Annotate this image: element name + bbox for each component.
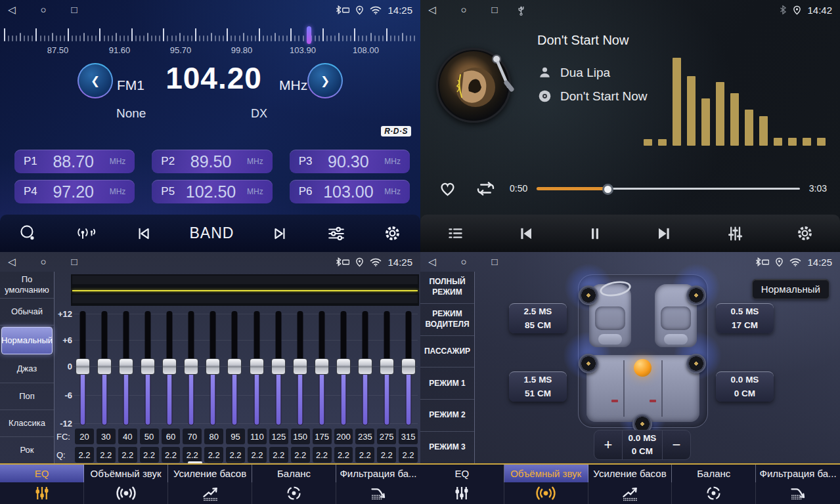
nav-recents-icon[interactable]: □ — [492, 256, 498, 268]
eq-band-slider-16[interactable] — [401, 311, 416, 425]
speaker-rear-right-icon[interactable] — [686, 354, 706, 373]
tuner-scale[interactable]: 87.5091.6095.7099.80103.90108.00 — [0, 22, 420, 53]
broadcast-button[interactable] — [75, 225, 97, 242]
eq-band-slider-3[interactable] — [118, 311, 134, 425]
q-value[interactable]: 2.2 — [162, 447, 181, 463]
settings-gear-button[interactable] — [796, 224, 814, 242]
eq-preset-3[interactable]: Нормальный — [1, 327, 53, 354]
album-art[interactable] — [436, 48, 511, 123]
speaker-delay-front-left[interactable]: 2.5 MS85 CM — [509, 303, 567, 333]
eq-band-slider-5[interactable] — [162, 311, 177, 425]
tab-filter[interactable]: Фильтрация ба... — [756, 465, 840, 504]
eq-preset-6[interactable]: Классика — [0, 410, 54, 437]
fc-value[interactable]: 150 — [291, 429, 310, 444]
fc-value[interactable]: 110 — [248, 429, 267, 444]
speaker-front-right-icon[interactable] — [686, 285, 706, 305]
previous-track-button[interactable] — [516, 224, 535, 243]
fc-value[interactable]: 30 — [97, 429, 116, 444]
nav-home-icon[interactable]: ○ — [461, 256, 467, 268]
fc-value[interactable]: 200 — [334, 429, 353, 444]
pause-button[interactable] — [586, 224, 604, 243]
tab-balance[interactable]: Баланс — [252, 465, 336, 504]
speaker-delay-front-right[interactable]: 0.5 MS17 CM — [716, 303, 774, 333]
eq-band-slider-2[interactable] — [97, 311, 112, 425]
fc-value[interactable]: 80 — [204, 429, 223, 444]
slider-handle[interactable] — [76, 358, 90, 375]
slider-handle[interactable] — [97, 358, 112, 375]
eq-band-slider-12[interactable] — [314, 311, 330, 425]
listening-mode-3[interactable]: ПАССАЖИР — [420, 336, 474, 368]
radio-preset-p6[interactable]: P6103.00MHz — [290, 180, 410, 203]
q-value[interactable]: 2.2 — [248, 447, 267, 463]
fc-value[interactable]: 235 — [355, 429, 374, 444]
nav-back-icon[interactable]: ◁ — [428, 256, 436, 268]
q-value[interactable]: 2.2 — [204, 447, 223, 463]
speaker-front-left-icon[interactable] — [579, 285, 598, 305]
nav-recents-icon[interactable]: □ — [72, 4, 77, 16]
q-value[interactable]: 2.2 — [118, 447, 137, 463]
listening-mode-6[interactable]: РЕЖИМ 3 — [420, 432, 474, 463]
radio-preset-p3[interactable]: P390.30MHz — [290, 150, 410, 173]
listening-mode-4[interactable]: РЕЖИМ 1 — [420, 368, 474, 400]
slider-handle[interactable] — [227, 358, 242, 375]
q-value[interactable]: 2.2 — [313, 447, 332, 463]
fc-value[interactable]: 315 — [399, 429, 418, 444]
eq-preset-5[interactable]: Поп — [0, 383, 54, 410]
slider-handle[interactable] — [162, 358, 177, 375]
nav-home-icon[interactable]: ○ — [41, 256, 47, 268]
radio-preset-p2[interactable]: P289.50MHz — [152, 150, 272, 173]
radio-preset-p4[interactable]: P497.20MHz — [14, 180, 135, 203]
speaker-rear-left-icon[interactable] — [579, 354, 598, 373]
seek-bar-thumb[interactable] — [602, 184, 613, 195]
radio-preset-p5[interactable]: P5102.50MHz — [152, 180, 272, 203]
speaker-delay-rear-left[interactable]: 1.5 MS51 CM — [509, 371, 567, 402]
slider-handle[interactable] — [206, 358, 220, 375]
eq-band-slider-11[interactable] — [292, 311, 308, 425]
slider-handle[interactable] — [336, 358, 351, 375]
fc-value[interactable]: 70 — [183, 429, 202, 444]
q-value[interactable]: 2.2 — [334, 447, 353, 463]
listening-position-marker[interactable] — [634, 359, 652, 377]
q-value[interactable]: 2.2 — [226, 447, 245, 463]
slider-handle[interactable] — [380, 358, 394, 375]
fc-value[interactable]: 60 — [162, 429, 181, 444]
q-value[interactable]: 2.2 — [399, 447, 418, 463]
eq-band-slider-1[interactable] — [75, 311, 91, 425]
band-button[interactable]: BAND — [190, 224, 234, 242]
q-value[interactable]: 2.2 — [291, 447, 310, 463]
fc-value[interactable]: 275 — [377, 429, 396, 444]
tab-bass-boost[interactable]: Усиление басов — [588, 465, 673, 504]
listening-mode-5[interactable]: РЕЖИМ 2 — [420, 400, 474, 432]
listening-mode-2[interactable]: РЕЖИМ ВОДИТЕЛЯ — [420, 304, 474, 336]
tab-bass-boost[interactable]: Усиление басов — [168, 465, 252, 504]
fc-value[interactable]: 50 — [140, 429, 159, 444]
tuner-pointer[interactable] — [307, 26, 311, 44]
fc-value[interactable]: 125 — [269, 429, 288, 444]
eq-band-slider-7[interactable] — [205, 311, 221, 425]
tab-balance[interactable]: Баланс — [672, 465, 756, 504]
slider-handle[interactable] — [315, 358, 329, 375]
eq-band-slider-4[interactable] — [140, 311, 156, 425]
slider-handle[interactable] — [250, 358, 264, 375]
slider-handle[interactable] — [401, 358, 416, 375]
tab-filter[interactable]: Фильтрация ба... — [336, 465, 420, 504]
settings-gear-button[interactable] — [384, 224, 401, 242]
eq-band-slider-14[interactable] — [357, 311, 373, 425]
slider-handle[interactable] — [119, 358, 133, 375]
q-value[interactable]: 2.2 — [183, 447, 202, 463]
speaker-delay-rear-right[interactable]: 0.0 MS0 CM — [716, 371, 774, 402]
nav-home-icon[interactable]: ○ — [461, 4, 467, 16]
q-value[interactable]: 2.2 — [269, 447, 288, 463]
next-track-button[interactable] — [655, 224, 674, 243]
eq-preset-4[interactable]: Джаз — [0, 356, 54, 383]
eq-band-slider-9[interactable] — [249, 311, 265, 425]
eq-band-slider-6[interactable] — [183, 311, 199, 425]
eq-band-slider-15[interactable] — [379, 311, 395, 425]
next-station-button[interactable] — [272, 225, 289, 242]
eq-band-slider-8[interactable] — [227, 311, 242, 425]
q-value[interactable]: 2.2 — [75, 447, 94, 463]
eq-preset-2[interactable]: Обычай — [0, 299, 54, 326]
q-value[interactable]: 2.2 — [140, 447, 159, 463]
q-value[interactable]: 2.2 — [377, 447, 396, 463]
seek-up-button[interactable]: ❯ — [307, 63, 343, 98]
